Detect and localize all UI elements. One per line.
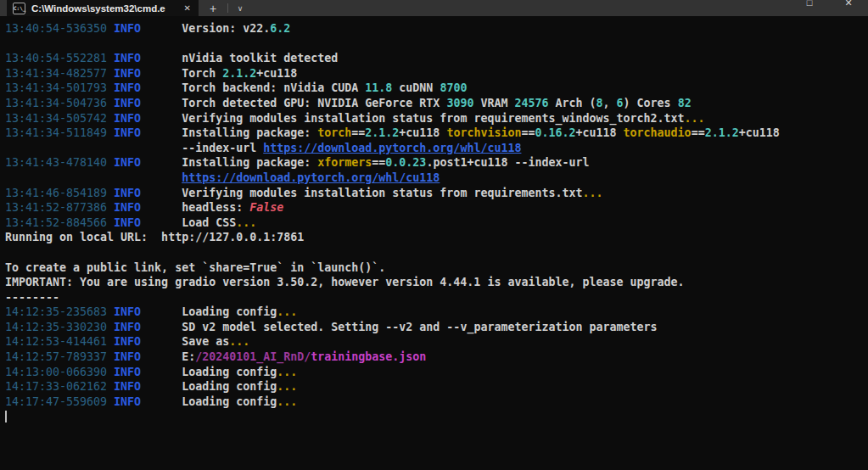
text-segment: 2.1.2 [222, 67, 256, 80]
new-tab-button[interactable]: + [199, 0, 227, 16]
terminal-line: 14:17:47-559609 INFO Loading config... [5, 394, 868, 410]
terminal-line: https://download.pytorch.org/whl/cu118 [5, 171, 868, 186]
text-segment: Loading config [141, 395, 277, 408]
terminal-line: To create a public link, set `share=True… [5, 260, 868, 276]
maximize-icon: □ [807, 0, 813, 8]
text-segment: VRAM [473, 97, 514, 109]
text-segment: 2.1.2 [365, 126, 399, 139]
text-segment: 82 [678, 97, 692, 109]
url-link[interactable]: https://download.pytorch.org/whl/cu118 [263, 142, 521, 154]
text-segment: Torch backend: nVidia CUDA [141, 81, 365, 94]
text-segment: ... [277, 395, 297, 408]
text-segment: 14:12:53-414461 [5, 335, 114, 348]
text-segment: Running on local URL: http://127.0.0.1:7… [5, 231, 304, 243]
text-segment: 14:13:00-066390 [5, 366, 114, 378]
tab-cmd[interactable]: C:\_ C:\Windows\system32\cmd.e ✕ [7, 0, 199, 16]
terminal-line: 13:41:43-478140 INFO Installing package:… [5, 155, 868, 171]
text-segment: INFO [114, 67, 141, 80]
tab-title: C:\Windows\system32\cmd.e [31, 3, 176, 14]
text-segment: ... [236, 216, 256, 229]
terminal-line: Running on local URL: http://127.0.0.1:7… [5, 230, 868, 245]
text-segment: 13:41:43-478140 [5, 156, 114, 169]
text-segment: INFO [114, 366, 141, 378]
text-segment: INFO [114, 52, 141, 64]
text-segment: 13:40:54-536350 [5, 22, 114, 35]
text-segment: 0.16.2 [535, 126, 575, 139]
text-segment: Torch detected GPU: NVIDIA GeForce RTX [141, 97, 446, 109]
text-segment: .post1+cu118 --index-url [426, 156, 589, 169]
text-segment: ... [277, 380, 297, 393]
terminal-cursor [5, 411, 7, 422]
tab-dropdown-button[interactable]: ∨ [228, 0, 252, 16]
text-segment: 6 [617, 97, 624, 109]
text-segment: INFO [114, 97, 141, 109]
titlebar: C:\_ C:\Windows\system32\cmd.e ✕ + ∨ □ ✕ [0, 0, 868, 16]
text-segment: INFO [114, 350, 141, 363]
terminal-line: 13:41:34-505742 INFO Verifying modules i… [5, 111, 868, 126]
text-segment: To create a public link, set `share=True… [5, 261, 385, 274]
text-segment: 13:41:34-501793 [5, 81, 114, 94]
text-segment: headless: [141, 201, 249, 214]
text-segment: 13:41:34-505742 [5, 112, 114, 125]
text-segment: INFO [114, 395, 141, 408]
text-segment: ... [685, 112, 705, 125]
terminal-line: -------- [5, 290, 868, 305]
text-segment: Installing package: [141, 126, 317, 139]
close-button[interactable]: ✕ [829, 0, 868, 16]
text-segment: 8700 [440, 81, 467, 94]
text-segment: Verifying modules installation status fr… [141, 112, 684, 125]
terminal-line: 13:41:34-501793 INFO Torch backend: nVid… [5, 81, 868, 96]
terminal-line: 13:40:54-552281 INFO nVidia toolkit dete… [5, 51, 868, 66]
text-segment: INFO [114, 156, 141, 169]
terminal-output[interactable]: 13:40:54-536350 INFO Version: v22.6.213:… [0, 16, 868, 422]
text-segment: 8 [596, 97, 603, 109]
terminal-line: 14:12:53-414461 INFO Save as... [5, 334, 868, 350]
text-segment: ... [277, 366, 297, 378]
terminal-line: 13:41:52-877386 INFO headless: False [5, 200, 868, 215]
text-segment: 24576 [514, 97, 548, 109]
text-segment: INFO [114, 22, 141, 35]
text-segment: 13:41:34-504736 [5, 97, 114, 109]
text-segment: Version: v22. [141, 22, 270, 35]
text-segment: 14:17:47-559609 [5, 395, 114, 408]
text-segment: +cu118 [399, 126, 446, 139]
maximize-button[interactable]: □ [790, 0, 829, 16]
text-segment: E: [141, 350, 195, 363]
text-segment: 14:12:35-235683 [5, 305, 114, 318]
terminal-window: C:\_ C:\Windows\system32\cmd.e ✕ + ∨ □ ✕… [0, 0, 868, 470]
text-segment: INFO [114, 187, 141, 199]
text-segment: cuDNN [392, 81, 440, 94]
text-segment: xformers [317, 156, 372, 169]
text-segment: == [351, 126, 365, 139]
text-segment: ... [277, 305, 297, 318]
text-segment: ... [229, 335, 249, 348]
text-segment: 0.0.23 [385, 156, 426, 169]
close-icon: ✕ [844, 0, 852, 8]
text-segment: Torch [141, 67, 222, 80]
text-segment: INFO [114, 126, 141, 139]
terminal-lines: 13:40:54-536350 INFO Version: v22.6.213:… [5, 21, 868, 409]
cmd-icon: C:\_ [13, 3, 25, 14]
text-segment: INFO [114, 81, 141, 94]
terminal-line: 14:13:00-066390 INFO Loading config... [5, 365, 868, 380]
terminal-line: 13:41:34-482577 INFO Torch 2.1.2+cu118 [5, 66, 868, 81]
text-segment: 14:12:57-789337 [5, 350, 114, 363]
text-segment: INFO [114, 216, 141, 229]
text-segment: , [603, 97, 617, 109]
url-link[interactable]: https://download.pytorch.org/whl/cu118 [182, 171, 440, 184]
terminal-line: 14:12:57-789337 INFO E:/20240101_AI_RnD/… [5, 350, 868, 365]
text-segment: 3090 [446, 97, 473, 109]
text-segment: --index-url [5, 142, 263, 154]
terminal-line: 13:41:46-854189 INFO Verifying modules i… [5, 186, 868, 201]
text-segment: INFO [114, 305, 141, 318]
text-segment: 11.8 [365, 81, 392, 94]
text-segment [5, 171, 182, 184]
text-segment: 13:41:52-877386 [5, 201, 114, 214]
text-segment: Loading config [141, 305, 277, 318]
text-segment: 13:41:46-854189 [5, 187, 114, 199]
terminal-line: 14:12:35-235683 INFO Loading config... [5, 305, 868, 320]
text-segment: torchvision [446, 126, 521, 139]
text-segment: 13:41:34-482577 [5, 67, 114, 80]
text-segment: torch [317, 126, 351, 139]
tab-close-icon[interactable]: ✕ [182, 3, 193, 13]
